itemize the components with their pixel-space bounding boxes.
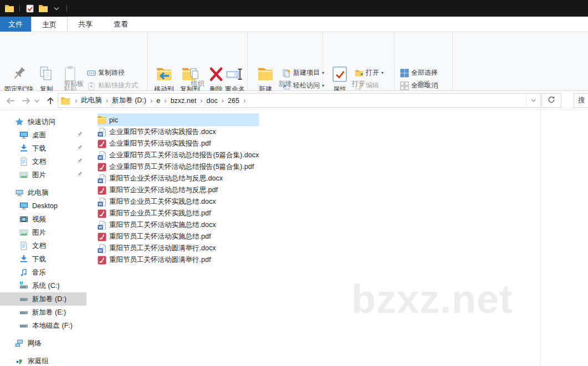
file-name: 企业重阳节员工关怀活动总结报告(5篇合集).docx <box>109 151 259 160</box>
ribbon-group-organize: 移动到 ▾ 复制到 ▾ 删除 ▾ 重命名 <box>148 32 248 90</box>
new-item-button[interactable]: 新建项目 ▾ <box>282 68 324 78</box>
word-file-icon: W <box>98 174 106 183</box>
breadcrumb-separator-icon[interactable]: › <box>104 96 110 105</box>
sidebar-item-文档[interactable]: 文档 <box>0 239 86 252</box>
word-file-icon: W <box>98 151 106 160</box>
sidebar-item-视频[interactable]: 视频 <box>0 213 86 226</box>
svg-text:W: W <box>99 249 103 252</box>
computer-icon <box>15 188 24 197</box>
search-input[interactable]: 搜 <box>574 93 588 108</box>
file-row[interactable]: pic <box>98 114 259 126</box>
file-row[interactable]: W重阳节员工关怀活动实施总结.docx <box>98 219 259 231</box>
breadcrumb-separator-icon[interactable]: › <box>242 96 247 105</box>
breadcrumb-separator-icon[interactable]: › <box>149 96 154 105</box>
forward-button[interactable] <box>20 95 32 107</box>
file-row[interactable]: 重阳节员工关怀活动实施总结.pdf <box>98 231 259 243</box>
tab-view[interactable]: 查看 <box>103 17 139 32</box>
group-label-new: 新建 <box>248 79 323 89</box>
sidebar-item-下载[interactable]: 下载 <box>0 142 86 155</box>
file-row[interactable]: W重阳节企业关怀活动总结与反思.docx <box>98 173 259 184</box>
tab-file[interactable]: 文件 <box>0 17 31 32</box>
sidebar-item-label: 文档 <box>32 157 46 167</box>
select-all-label: 全部选择 <box>411 68 438 78</box>
sidebar-item-label: 新加卷 (E:) <box>32 308 66 317</box>
drive-icon <box>19 321 28 330</box>
breadcrumb-separator-icon[interactable]: › <box>162 96 168 105</box>
titlebar-separator <box>67 5 67 12</box>
address-box[interactable]: › 此电脑›新加卷 (D:)›e›bzxz.net›doc›265› <box>58 93 541 108</box>
file-row[interactable]: W重阳节员工关怀活动圆满举行.docx <box>98 243 259 254</box>
folder-icon <box>61 97 70 105</box>
breadcrumb-item[interactable]: e <box>154 97 162 105</box>
sidebar-item-label: 下载 <box>32 144 46 153</box>
file-pane[interactable]: bzxz.net picW企业重阳节关怀活动实践报告.docx企业重阳节关怀活动… <box>86 110 588 366</box>
file-row[interactable]: W企业重阳节关怀活动实践报告.docx <box>98 126 259 138</box>
file-row[interactable]: 企业重阳节员工关怀活动总结报告(5篇合集).pdf <box>98 161 259 173</box>
open-button[interactable]: 打开 ▾ <box>355 68 384 78</box>
properties-check-icon[interactable] <box>25 4 35 13</box>
breadcrumb-item[interactable]: bzxz.net <box>168 97 199 105</box>
sidebar-item-label: 图片 <box>32 228 46 238</box>
sidebar-item-音乐[interactable]: 音乐 <box>0 266 86 279</box>
sidebar-item-label: 系统 (C:) <box>32 281 59 291</box>
back-button[interactable] <box>4 95 17 107</box>
address-dropdown-chevron-icon[interactable] <box>526 94 540 107</box>
file-row[interactable]: 企业重阳节关怀活动实践报告.pdf <box>98 138 259 150</box>
up-button[interactable] <box>44 95 57 107</box>
breadcrumb-item[interactable]: 新加卷 (D:) <box>110 96 149 105</box>
breadcrumb-separator-icon[interactable]: › <box>198 96 204 105</box>
sidebar-item-文档[interactable]: 文档 <box>0 155 86 168</box>
file-row[interactable]: W重阳节企业员工关怀实践总结.docx <box>98 196 259 208</box>
file-row[interactable]: 重阳节员工关怀活动圆满举行.pdf <box>98 254 259 266</box>
copy-path-label: 复制路径 <box>98 68 125 78</box>
word-file-icon: W <box>98 128 106 137</box>
sidebar-item-图片[interactable]: 图片 <box>0 168 86 182</box>
svg-text:W: W <box>99 132 103 136</box>
titlebar <box>0 0 588 17</box>
sidebar-item-下载[interactable]: 下载 <box>0 252 86 266</box>
sidebar-item-新加卷 (D:)[interactable]: 新加卷 (D:) <box>0 292 86 306</box>
refresh-button[interactable] <box>541 93 561 108</box>
address-bar-row: › 此电脑›新加卷 (D:)›e›bzxz.net›doc›265› 搜 <box>0 91 588 110</box>
sidebar-item-系统 (C:)[interactable]: 系统 (C:) <box>0 279 86 292</box>
file-row[interactable]: 重阳节企业关怀活动总结与反思.pdf <box>98 184 259 196</box>
file-row[interactable]: W企业重阳节员工关怀活动总结报告(5篇合集).docx <box>98 150 259 161</box>
content-area: 快速访问桌面下载文档图片此电脑Desktop视频图片文档下载音乐系统 (C:)新… <box>0 110 588 366</box>
breadcrumb-item[interactable]: 此电脑 <box>79 96 104 105</box>
copy-path-icon <box>87 69 96 78</box>
sidebar-item-此电脑[interactable]: 此电脑 <box>0 186 86 199</box>
file-name: 重阳节企业关怀活动总结与反思.pdf <box>109 185 218 195</box>
sidebar-item-图片[interactable]: 图片 <box>0 226 86 239</box>
recent-locations-chevron-icon[interactable] <box>32 95 41 107</box>
copy-path-button[interactable]: 复制路径 <box>87 68 125 78</box>
breadcrumb-item[interactable]: doc <box>204 97 220 105</box>
folder-icon[interactable] <box>38 4 48 13</box>
svg-text:W: W <box>99 179 103 183</box>
chevron-down-icon[interactable] <box>52 4 62 13</box>
ribbon: 固定到"快 速访问" 复制 粘贴 复制路径 <box>0 32 588 91</box>
sidebar-item-网络[interactable]: 网络 <box>0 337 86 350</box>
group-label-open: 打开 <box>323 79 394 89</box>
sidebar-item-Desktop[interactable]: Desktop <box>0 199 86 213</box>
sidebar-item-家庭组[interactable]: 家庭组 <box>0 354 86 366</box>
tab-share[interactable]: 共享 <box>68 17 103 32</box>
select-all-button[interactable]: 全部选择 <box>400 68 438 78</box>
ribbon-group-select: 全部选择 全部取消 反向选择 选择 <box>395 32 453 90</box>
sidebar-item-快速访问[interactable]: 快速访问 <box>0 115 86 128</box>
sidebar-item-label: 本地磁盘 (F:) <box>32 321 73 331</box>
sidebar-item-本地磁盘 (F:)[interactable]: 本地磁盘 (F:) <box>0 319 86 332</box>
star-icon <box>15 117 24 126</box>
folder-icon[interactable] <box>4 4 14 13</box>
sidebar-item-桌面[interactable]: 桌面 <box>0 128 86 142</box>
tab-home[interactable]: 主页 <box>31 17 68 32</box>
sidebar-item-label: 文档 <box>32 241 46 251</box>
group-label-clipboard: 剪贴板 <box>0 79 147 89</box>
file-row[interactable]: 重阳节企业员工关怀实践总结.pdf <box>98 208 259 219</box>
sidebar-item-新加卷 (E:)[interactable]: 新加卷 (E:) <box>0 306 86 319</box>
file-list: picW企业重阳节关怀活动实践报告.docx企业重阳节关怀活动实践报告.pdfW… <box>98 114 259 266</box>
breadcrumb-item[interactable]: 265 <box>226 97 242 105</box>
sidebar-section: 此电脑Desktop视频图片文档下载音乐系统 (C:)新加卷 (D:)新加卷 (… <box>0 186 86 332</box>
file-name: 重阳节员工关怀活动圆满举行.docx <box>109 244 216 253</box>
breadcrumb-separator-icon[interactable]: › <box>220 96 226 105</box>
video-icon <box>19 215 28 224</box>
